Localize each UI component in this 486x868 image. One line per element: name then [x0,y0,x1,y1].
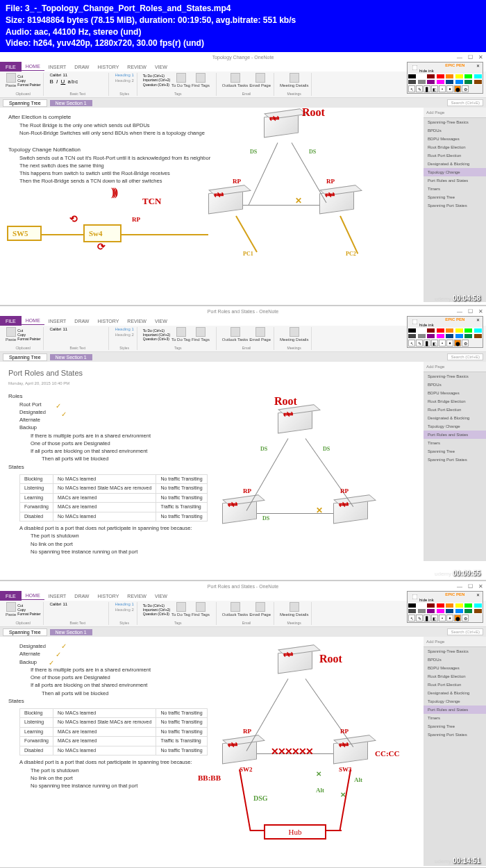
states-table: BlockingNo MACs learnedNo traffic Transi… [19,474,208,522]
cursor-icon: ↖ [408,85,415,92]
section-tab[interactable]: New Section 1 [50,100,92,106]
switch-sw2: ⇄⇄ [208,191,243,216]
close-icon: ✕ [478,54,483,60]
screenshot-3: Port Roles and States - OneNote—☐✕ hide … [0,581,486,868]
notebook-tab[interactable]: Spanning Tree [3,99,47,107]
titlebar: Topology Change - OneNote —☐✕ [0,52,486,62]
file-info-header: File: 3_-_Topology_Change_Port_Roles_and… [0,0,486,52]
epic-pen-panel[interactable]: hide inkEPIC PEN✕ ↖✎▊◧•●⬤⚙ [407,591,483,623]
note-canvas[interactable]: Designated✓ Alternate✓ Backup✓ If there … [0,637,424,866]
todo-tag-button[interactable]: To Do Tag [171,73,190,87]
watermark: udemy [435,296,451,302]
max-icon: ☐ [468,54,473,60]
states-table: BlockingNo MACs learnedNo traffic Transi… [19,708,208,756]
pen-icon: ✎ [416,85,423,92]
gear-icon: ⚙ [462,85,469,92]
outlook-button[interactable]: Outlook Tasks [222,73,249,87]
screenshot-2: Port Roles and States - OneNote—☐✕ hide … [0,306,486,581]
timestamp: 00:04:58 [453,294,480,302]
meeting-button[interactable]: Meeting Details [280,73,308,87]
search-input[interactable]: Search (Ctrl+E) [447,99,483,106]
switch-sw3: ⇄⇄ [319,191,354,216]
email-button[interactable]: Email Page [249,73,271,87]
epic-pen-panel[interactable]: hide inkEPIC PEN✕ ↖✎▊◧•●⬤⚙ [407,316,483,348]
eraser-icon: ◧ [431,85,438,92]
min-icon: — [457,54,462,60]
color-palette [408,74,483,85]
paste-button[interactable]: Paste [6,73,16,87]
note-canvas[interactable]: After Election is complete The Root Brid… [0,108,424,302]
switch-sw1: ⇄⇄ [264,115,299,140]
page-sidebar[interactable]: Add Page Spanning-Tree BasicsBPDUsBDPU M… [424,637,486,866]
screenshot-1: Topology Change - OneNote —☐✕ hide inkEP… [0,52,486,306]
note-canvas[interactable]: Port Roles and States Monday, April 20, … [0,362,424,561]
find-tags-button[interactable]: Find Tags [192,73,210,87]
page-sidebar[interactable]: Add Page Spanning-Tree Basics BPDUs BDPU… [424,108,486,302]
tool-row: ↖✎▊◧•●⬤⚙ [408,85,483,93]
epic-pen-panel[interactable]: hide inkEPIC PEN✕ ↖✎▊◧•●⬤⚙ [407,62,483,94]
file-tab[interactable]: FILE [0,62,22,72]
hilite-icon: ▊ [424,85,430,92]
page-sidebar[interactable]: Add Page Spanning-Tree BasicsBPDUsBDPU M… [424,362,486,561]
close-icon: ✕ [476,63,480,73]
add-page-button[interactable]: Add Page [424,108,486,118]
notebook-bar[interactable]: Spanning Tree New Section 1 Search (Ctrl… [0,98,486,108]
